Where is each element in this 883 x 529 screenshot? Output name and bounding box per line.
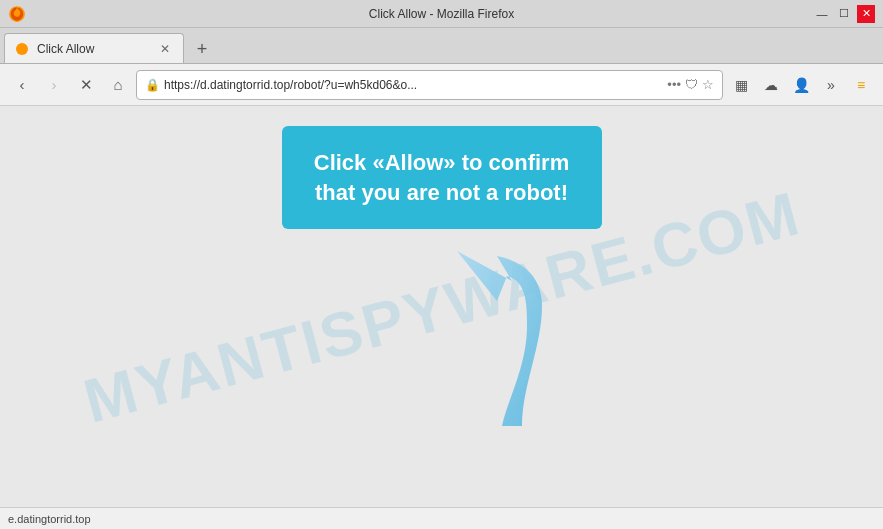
confirm-box-text: Click «Allow» to confirm that you are no… [314, 150, 570, 205]
nav-right: ▦ ☁ 👤 » ≡ [727, 71, 875, 99]
firefox-logo-icon [8, 5, 26, 23]
reader-view-button[interactable]: ▦ [727, 71, 755, 99]
svg-point-1 [16, 43, 28, 55]
extensions-button[interactable]: » [817, 71, 845, 99]
arrow-icon [412, 246, 592, 466]
home-button[interactable]: ⌂ [104, 71, 132, 99]
menu-button[interactable]: ≡ [847, 71, 875, 99]
sync-button[interactable]: ☁ [757, 71, 785, 99]
close-button[interactable]: ✕ [857, 5, 875, 23]
active-tab[interactable]: Click Allow ✕ [4, 33, 184, 63]
shield-icon[interactable]: 🛡 [685, 77, 698, 92]
tab-bar: Click Allow ✕ + [0, 28, 883, 64]
minimize-button[interactable]: — [813, 5, 831, 23]
status-bar: e.datingtorrid.top [0, 507, 883, 529]
maximize-button[interactable]: ☐ [835, 5, 853, 23]
status-text: e.datingtorrid.top [8, 513, 91, 525]
tab-label: Click Allow [37, 42, 94, 56]
arrow-container [412, 246, 592, 470]
confirm-box: Click «Allow» to confirm that you are no… [282, 126, 602, 229]
account-button[interactable]: 👤 [787, 71, 815, 99]
site-info-icon: 🔒 [145, 78, 160, 92]
back-button[interactable]: ‹ [8, 71, 36, 99]
titlebar-controls: — ☐ ✕ [813, 5, 875, 23]
titlebar-title: Click Allow - Mozilla Firefox [369, 7, 514, 21]
address-bar[interactable]: 🔒 https://d.datingtorrid.top/robot/?u=wh… [136, 70, 723, 100]
tab-favicon-icon [15, 42, 29, 56]
address-bar-icons: ••• 🛡 ☆ [667, 77, 714, 92]
more-options-icon[interactable]: ••• [667, 77, 681, 92]
bookmark-icon[interactable]: ☆ [702, 77, 714, 92]
forward-button[interactable]: › [40, 71, 68, 99]
url-display: https://d.datingtorrid.top/robot/?u=wh5k… [164, 78, 663, 92]
window-titlebar: Click Allow - Mozilla Firefox — ☐ ✕ [0, 0, 883, 28]
stop-button[interactable]: ✕ [72, 71, 100, 99]
new-tab-button[interactable]: + [188, 35, 216, 63]
titlebar-left [8, 5, 26, 23]
page-content: MYANTISPYWARE.COM Click «Allow» to confi… [0, 106, 883, 507]
nav-bar: ‹ › ✕ ⌂ 🔒 https://d.datingtorrid.top/rob… [0, 64, 883, 106]
tab-close-button[interactable]: ✕ [157, 41, 173, 57]
